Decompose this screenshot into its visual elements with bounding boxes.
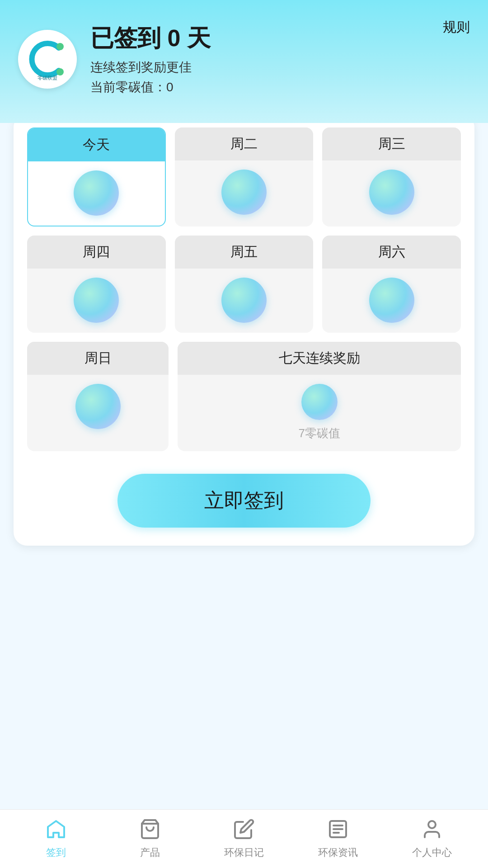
day-card-bonus[interactable]: 七天连续奖励 7零碳值 <box>178 342 461 451</box>
orb-thu <box>74 278 119 323</box>
day-label-thu: 周四 <box>27 236 166 269</box>
day-card-today[interactable]: 今天 <box>27 127 166 226</box>
nav-label-product: 产品 <box>140 846 160 859</box>
day-orb-today <box>28 161 165 226</box>
day-orb-wed <box>322 160 461 225</box>
day-card-thu[interactable]: 周四 <box>27 236 166 333</box>
reward-text: 7零碳值 <box>298 425 340 441</box>
nav-item-news[interactable]: 环保资讯 <box>291 818 385 859</box>
nav-label-checkin: 签到 <box>46 846 66 859</box>
day-orb-bonus: 7零碳值 <box>178 375 461 451</box>
day-card-fri[interactable]: 周五 <box>175 236 314 333</box>
orb-sun <box>75 384 121 429</box>
day-card-tue[interactable]: 周二 <box>175 127 314 226</box>
header: 零碳联盟 已签到 0 天 连续签到奖励更佳 当前零碳值：0 规则 <box>0 0 488 123</box>
logo-svg: 零碳联盟 <box>25 37 70 82</box>
rules-button[interactable]: 规则 <box>443 18 470 37</box>
nav-item-diary[interactable]: 环保日记 <box>197 818 291 859</box>
day-label-fri: 周五 <box>175 236 314 269</box>
orb-today <box>74 170 119 216</box>
svg-point-9 <box>428 821 436 828</box>
day-label-tue: 周二 <box>175 127 314 160</box>
calendar-top-row: 今天 周二 周三 <box>27 127 461 226</box>
person-icon <box>421 818 443 843</box>
orb-bonus <box>301 384 338 420</box>
signed-days-title: 已签到 0 天 <box>90 23 470 54</box>
day-card-sun[interactable]: 周日 <box>27 342 169 451</box>
home-icon <box>45 818 67 843</box>
logo-inner: 零碳联盟 <box>25 37 70 82</box>
checkin-button[interactable]: 立即签到 <box>117 474 371 528</box>
bag-icon <box>139 818 161 843</box>
day-label-sun: 周日 <box>27 342 169 375</box>
calendar-bot-row: 周日 七天连续奖励 7零碳值 <box>27 342 461 451</box>
nav-label-diary: 环保日记 <box>224 846 264 859</box>
day-card-sat[interactable]: 周六 <box>322 236 461 333</box>
day-orb-sat <box>322 269 461 333</box>
nav-item-product[interactable]: 产品 <box>103 818 197 859</box>
day-orb-fri <box>175 269 314 333</box>
checkin-btn-container: 立即签到 <box>27 474 461 528</box>
header-carbon: 当前零碳值：0 <box>90 79 470 96</box>
logo: 零碳联盟 <box>18 30 77 89</box>
svg-point-2 <box>56 68 64 75</box>
nav-label-news: 环保资讯 <box>318 846 358 859</box>
nav-label-profile: 个人中心 <box>412 846 452 859</box>
day-label-bonus: 七天连续奖励 <box>178 342 461 375</box>
content-area: 今天 周二 周三 周四 <box>0 123 488 868</box>
day-card-wed[interactable]: 周三 <box>322 127 461 226</box>
nav-item-checkin[interactable]: 签到 <box>9 818 103 859</box>
day-label-today: 今天 <box>28 128 165 161</box>
orb-tue <box>221 170 267 215</box>
header-subtitle: 连续签到奖励更佳 <box>90 59 470 76</box>
pencil-icon <box>233 818 255 843</box>
day-orb-tue <box>175 160 314 225</box>
day-orb-sun <box>27 375 169 439</box>
nav-item-profile[interactable]: 个人中心 <box>385 818 479 859</box>
news-icon <box>327 818 349 843</box>
calendar-mid-row: 周四 周五 周六 <box>27 236 461 333</box>
bottom-nav: 签到 产品 环保日记 环保资 <box>0 809 488 868</box>
day-label-sat: 周六 <box>322 236 461 269</box>
day-orb-thu <box>27 269 166 333</box>
header-info: 已签到 0 天 连续签到奖励更佳 当前零碳值：0 <box>90 23 470 96</box>
day-label-wed: 周三 <box>322 127 461 160</box>
orb-fri <box>221 278 267 323</box>
svg-text:零碳联盟: 零碳联盟 <box>38 75 57 80</box>
main-card: 今天 周二 周三 周四 <box>14 123 474 546</box>
orb-sat <box>369 278 414 323</box>
orb-wed <box>369 170 414 215</box>
svg-point-1 <box>56 43 64 50</box>
